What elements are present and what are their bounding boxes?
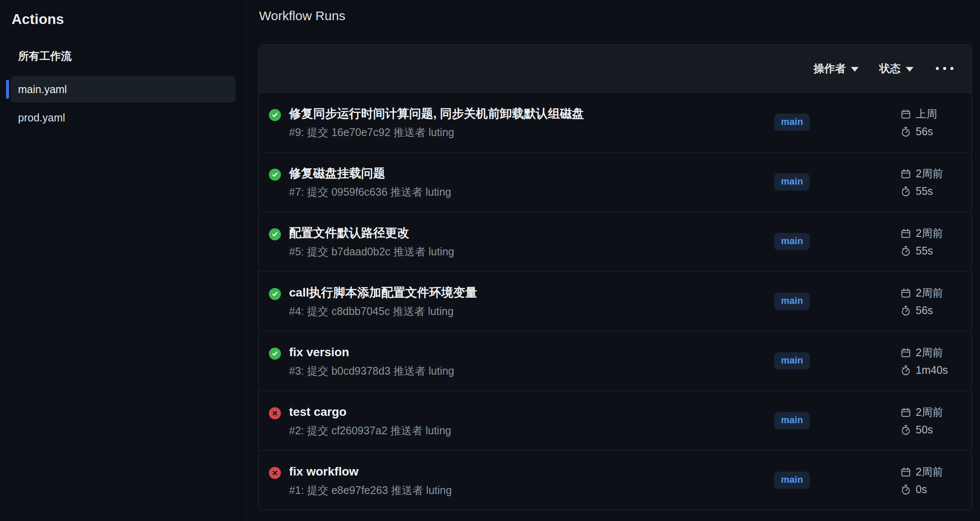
- workflow-run-row[interactable]: 修复磁盘挂载问题 #7: 提交 0959f6c636 推送者 luting ma…: [259, 152, 971, 212]
- branch-badge[interactable]: main: [774, 412, 810, 429]
- calendar-icon: [900, 347, 911, 358]
- stopwatch-icon: [900, 484, 911, 495]
- run-duration-line: 0s: [900, 483, 961, 496]
- check-circle-icon: [269, 288, 281, 300]
- panel-header: 操作者 状态: [259, 45, 971, 93]
- workflow-run-row[interactable]: 修复同步运行时间计算问题, 同步关机前卸载默认组磁盘 #9: 提交 16e70e…: [259, 93, 971, 152]
- workflow-run-row[interactable]: fix workflow #1: 提交 e8e97fe263 推送者 lutin…: [259, 451, 971, 510]
- calendar-icon: [900, 228, 911, 239]
- run-date: 2周前: [916, 226, 943, 240]
- run-date-line: 2周前: [900, 226, 961, 240]
- run-branch-cell: main: [774, 472, 886, 489]
- branch-badge[interactable]: main: [774, 472, 810, 489]
- actor-filter-label: 操作者: [814, 61, 846, 76]
- workflow-run-row[interactable]: 配置文件默认路径更改 #5: 提交 b7daad0b2c 推送者 luting …: [259, 212, 971, 272]
- run-title[interactable]: fix workflow: [289, 463, 452, 480]
- workflow-run-row[interactable]: fix version #3: 提交 b0cd9378d3 推送者 luting…: [259, 331, 971, 391]
- branch-badge[interactable]: main: [774, 293, 810, 310]
- check-circle-icon: [271, 111, 279, 119]
- run-main: call执行脚本添加配置文件环境变量 #4: 提交 c8dbb7045c 推送者…: [269, 285, 774, 318]
- branch-badge[interactable]: main: [774, 233, 810, 250]
- run-date-line: 2周前: [900, 286, 961, 300]
- run-branch-cell: main: [774, 173, 886, 191]
- run-date-line: 2周前: [900, 465, 961, 479]
- check-circle-icon: [269, 348, 281, 360]
- run-text: fix version #3: 提交 b0cd9378d3 推送者 luting: [289, 344, 454, 378]
- workflow-run-row[interactable]: test cargo #2: 提交 cf260937a2 推送者 luting …: [259, 391, 971, 451]
- run-text: test cargo #2: 提交 cf260937a2 推送者 luting: [289, 404, 451, 437]
- run-date: 2周前: [916, 465, 943, 479]
- ellipsis-icon[interactable]: [934, 64, 955, 73]
- run-title[interactable]: call执行脚本添加配置文件环境变量: [289, 285, 477, 301]
- sidebar-item-all-workflows[interactable]: 所有工作流: [18, 49, 235, 63]
- run-commit-info: #7: 提交 0959f6c636 推送者 luting: [289, 185, 451, 199]
- run-title[interactable]: 配置文件默认路径更改: [289, 225, 454, 241]
- run-date-line: 2周前: [900, 405, 961, 419]
- run-text: 修复同步运行时间计算问题, 同步关机前卸载默认组磁盘 #9: 提交 16e70e…: [289, 106, 584, 139]
- status-filter-label: 状态: [879, 61, 901, 76]
- run-date: 上周: [916, 107, 937, 121]
- calendar-icon: [900, 466, 911, 478]
- calendar-icon: [900, 288, 911, 299]
- workflow-run-row[interactable]: call执行脚本添加配置文件环境变量 #4: 提交 c8dbb7045c 推送者…: [259, 272, 971, 331]
- run-branch-cell: main: [774, 412, 886, 429]
- chevron-down-icon: [851, 67, 859, 72]
- run-side-meta: 2周前 1m40s: [886, 345, 961, 376]
- run-title[interactable]: 修复同步运行时间计算问题, 同步关机前卸载默认组磁盘: [289, 106, 584, 122]
- x-circle-icon: [269, 407, 281, 419]
- x-circle-icon: [271, 469, 279, 477]
- active-indicator-bar: [6, 80, 9, 99]
- stopwatch-icon: [900, 245, 911, 257]
- check-circle-icon: [269, 169, 281, 181]
- run-side-meta: 上周 56s: [886, 107, 961, 138]
- run-side-meta: 2周前 0s: [886, 465, 961, 496]
- run-branch-cell: main: [774, 293, 886, 310]
- stopwatch-icon: [900, 365, 911, 376]
- run-commit-info: #4: 提交 c8dbb7045c 推送者 luting: [289, 304, 477, 318]
- chevron-down-icon: [906, 67, 914, 72]
- run-date: 2周前: [916, 405, 943, 419]
- stopwatch-icon: [900, 186, 911, 197]
- x-circle-icon: [271, 409, 279, 418]
- branch-badge[interactable]: main: [774, 352, 810, 370]
- run-date: 2周前: [916, 167, 943, 181]
- calendar-icon: [900, 109, 911, 120]
- check-circle-icon: [269, 228, 281, 240]
- status-filter-dropdown[interactable]: 状态: [879, 61, 914, 76]
- run-date: 2周前: [916, 345, 943, 360]
- page-title: Workflow Runs: [259, 9, 345, 23]
- run-duration-line: 56s: [900, 304, 961, 317]
- run-text: 修复磁盘挂载问题 #7: 提交 0959f6c636 推送者 luting: [289, 165, 451, 199]
- run-side-meta: 2周前 55s: [886, 226, 961, 257]
- run-title[interactable]: 修复磁盘挂载问题: [289, 165, 451, 182]
- calendar-icon: [900, 168, 911, 179]
- check-circle-icon: [271, 170, 279, 179]
- branch-badge[interactable]: main: [774, 114, 810, 131]
- run-branch-cell: main: [774, 352, 886, 370]
- run-main: 修复同步运行时间计算问题, 同步关机前卸载默认组磁盘 #9: 提交 16e70e…: [269, 106, 774, 139]
- main-content: Workflow Runs 操作者 状态: [247, 0, 980, 521]
- workflow-list: 所有工作流 main.yaml prod.yaml: [0, 49, 246, 131]
- run-duration: 55s: [916, 185, 933, 197]
- run-duration-line: 55s: [900, 185, 961, 197]
- run-main: 修复磁盘挂载问题 #7: 提交 0959f6c636 推送者 luting: [269, 165, 774, 199]
- stopwatch-icon: [900, 305, 911, 316]
- sidebar-workflow-item-active[interactable]: main.yaml: [11, 76, 235, 103]
- stopwatch-icon: [900, 126, 911, 137]
- workflow-item-label: prod.yaml: [18, 112, 65, 124]
- branch-badge[interactable]: main: [774, 173, 810, 191]
- run-title[interactable]: test cargo: [289, 404, 451, 420]
- run-text: fix workflow #1: 提交 e8e97fe263 推送者 lutin…: [289, 463, 452, 497]
- sidebar-workflow-item[interactable]: prod.yaml: [11, 104, 235, 131]
- run-duration: 0s: [916, 483, 927, 496]
- check-circle-icon: [271, 349, 279, 358]
- sidebar: Actions 所有工作流 main.yaml prod.yaml: [0, 0, 247, 521]
- run-title[interactable]: fix version: [289, 344, 454, 360]
- run-text: 配置文件默认路径更改 #5: 提交 b7daad0b2c 推送者 luting: [289, 225, 454, 258]
- run-main: 配置文件默认路径更改 #5: 提交 b7daad0b2c 推送者 luting: [269, 225, 774, 258]
- actor-filter-dropdown[interactable]: 操作者: [814, 61, 859, 76]
- run-side-meta: 2周前 50s: [886, 405, 961, 436]
- run-duration: 56s: [916, 304, 933, 317]
- run-date-line: 2周前: [900, 167, 961, 181]
- run-main: test cargo #2: 提交 cf260937a2 推送者 luting: [269, 404, 774, 437]
